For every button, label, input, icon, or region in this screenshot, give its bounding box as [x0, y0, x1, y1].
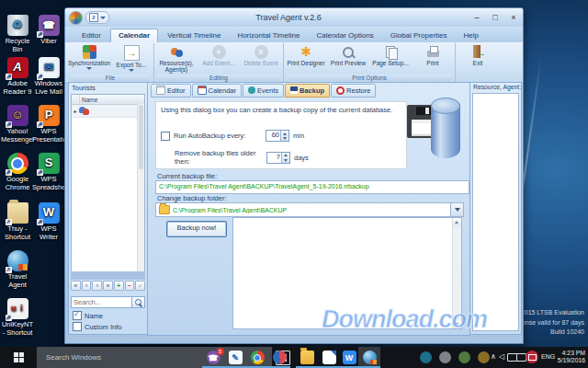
name-checkbox[interactable]	[73, 311, 82, 320]
document-app-icon	[322, 351, 336, 364]
start-button[interactable]	[0, 347, 37, 368]
taskbar-chrome[interactable]	[246, 347, 268, 368]
autobackup-spinner[interactable]: 60	[266, 130, 289, 142]
autobackup-label: Run AutoBackup every:	[174, 132, 262, 140]
desktop-icon-wps-writer[interactable]: W↗ WPS Writer	[32, 202, 65, 241]
desktop-icon-windows-live-mail[interactable]: ✉↗ Windows Live Mail	[32, 57, 65, 96]
search-button[interactable]	[132, 296, 145, 308]
quick-access-icon: 2	[89, 13, 98, 22]
taskbar-clock[interactable]: 4:23 PM 5/19/2016	[558, 350, 585, 365]
exit-button[interactable]: → Exit	[457, 43, 499, 66]
tab-global-properties[interactable]: Global Properties	[383, 29, 455, 42]
taskbar-file-explorer[interactable]	[296, 347, 318, 368]
desktop-icon-recycle-bin[interactable]: ♻ Recycle Bin	[1, 15, 34, 53]
backup-folder-combobox[interactable]: C:\Program Files\Travel Agent\BACKUP	[155, 202, 464, 217]
print-button[interactable]: Print	[412, 43, 454, 66]
tab-calendar-options[interactable]: Calendar Options	[309, 29, 380, 42]
tab-vertical-timeline[interactable]: Vertical Timeline	[160, 29, 228, 42]
doc-tab-editor[interactable]: Editor	[151, 84, 191, 98]
desktop-icon-unikey[interactable]: u i↗ UniKeyNT - Shortcut	[1, 298, 34, 337]
page-setup-button[interactable]: Page Setup...	[369, 43, 412, 66]
taskbar-wps-writer[interactable]: W	[338, 347, 360, 368]
doc-tab-backup[interactable]: Backup	[285, 84, 330, 98]
desktop-icon-travel-agent[interactable]: ↗ Travel Agent	[1, 250, 34, 289]
desktop-icon-google-chrome[interactable]: ↗ Google Chrome	[1, 153, 34, 191]
add-record-button[interactable]: +	[114, 281, 124, 291]
grid-scrollbar[interactable]	[137, 104, 144, 272]
tray-circle-teal[interactable]	[420, 351, 432, 363]
export-to-button[interactable]: → Export To...	[110, 43, 153, 72]
quick-access-toolbar[interactable]: 2	[85, 11, 109, 24]
scroll-up-icon[interactable]	[453, 218, 461, 226]
doc-tab-events[interactable]: Events	[243, 84, 284, 98]
taskbar-travel-agent[interactable]	[358, 347, 380, 368]
title-bar[interactable]: 2 Travel Agent v.2.6 – □ ×	[65, 8, 523, 27]
tab-horizontal-timeline[interactable]: Horizontal Timeline	[230, 29, 307, 42]
grid-header[interactable]: Name	[72, 95, 144, 105]
autobackup-checkbox[interactable]	[161, 132, 170, 141]
prev-record-button[interactable]: ‹	[82, 281, 92, 291]
tray-circle-gray[interactable]	[439, 351, 451, 363]
tourists-grid[interactable]: Name ▸	[71, 94, 145, 273]
spinner-down-icon[interactable]	[282, 157, 289, 163]
table-row[interactable]: ▸	[72, 105, 144, 118]
add-event-button: + Add Event...	[198, 43, 240, 66]
folder-shortcut-icon: ↗	[7, 202, 28, 224]
desktop-icon-thuy-shortcut[interactable]: ↗ Thuy - Shortcut	[1, 202, 34, 241]
tab-editor[interactable]: Editor	[74, 29, 108, 42]
tab-help[interactable]: Help	[457, 29, 486, 42]
desktop-icon-viber[interactable]: ☎↗ Viber	[32, 15, 65, 46]
notification-badge: 5	[217, 348, 224, 355]
synchronization-button[interactable]: Synchronization	[68, 43, 110, 70]
maximize-button[interactable]: □	[486, 9, 504, 26]
taskbar-document-app[interactable]	[318, 347, 340, 368]
recorder-tray-icon[interactable]	[526, 351, 538, 363]
taskbar-notes-app[interactable]: ✎	[224, 347, 246, 368]
desktop-icon-adobe-reader[interactable]: A↗ Adobe Reader 9	[1, 57, 34, 96]
search-input[interactable]	[71, 296, 132, 308]
desktop-icon-wps-presentation[interactable]: P↗ WPS Presentation	[32, 105, 65, 144]
spinner-down-icon[interactable]	[281, 136, 288, 142]
tab-calendar[interactable]: Calendar	[110, 29, 158, 42]
show-hidden-icons-chevron[interactable]: ∧	[491, 352, 496, 361]
confirm-record-button[interactable]: ✓	[135, 281, 145, 291]
remove-files-spinner[interactable]: 7	[266, 152, 290, 164]
minimize-button[interactable]: –	[468, 9, 486, 26]
filter-name-row[interactable]: Name	[73, 311, 103, 320]
doc-tab-restore[interactable]: Restore	[331, 84, 376, 98]
taskbar-photos-app[interactable]	[268, 347, 290, 368]
export-icon: →	[124, 45, 140, 61]
search-icon-handle	[139, 303, 142, 306]
tray-circle-olive[interactable]	[478, 351, 490, 363]
window-title: Travel Agent v.2.6	[109, 13, 468, 22]
combobox-dropdown-button[interactable]	[450, 203, 463, 216]
remove-files-unit: days	[294, 154, 309, 162]
speaker-icon[interactable]: ◁	[499, 352, 504, 361]
chevron-down-icon	[100, 17, 106, 19]
backup-now-button[interactable]: Backup now!	[166, 221, 227, 237]
filter-custom-info-row[interactable]: Custom Info	[73, 322, 121, 331]
custom-info-checkbox[interactable]	[73, 322, 82, 331]
tray-circle-green[interactable]	[458, 351, 470, 363]
delete-record-button[interactable]: −	[125, 281, 135, 291]
language-indicator[interactable]: ENG	[541, 353, 555, 360]
backup-folder-path[interactable]: C:\Program Files\Travel Agent\BACKUP	[173, 207, 450, 213]
name-column-header[interactable]: Name	[80, 97, 97, 103]
first-record-button[interactable]: «	[71, 281, 81, 291]
scrollbar-thumb[interactable]	[139, 105, 143, 169]
resources-agents-button[interactable]: Resource(s), Agent(s)	[155, 43, 198, 74]
grid-footer-strip	[71, 271, 145, 280]
desktop-icon-wps-spreadsheets[interactable]: S↗ WPS Spreadsheets	[32, 153, 65, 191]
resource-agent-list[interactable]	[472, 93, 519, 331]
close-button[interactable]: ×	[504, 9, 523, 26]
print-designer-button[interactable]: ✱ Print Designer	[285, 43, 327, 66]
next-record-button[interactable]: ›	[92, 281, 102, 291]
current-file-path[interactable]: C:\Program Files\Travel Agent\BACKUP\Tra…	[155, 180, 469, 194]
taskbar-viber[interactable]: ☎5	[202, 347, 224, 368]
desktop-icon-yahoo-messenger[interactable]: ☺↗ Yahoo! Messenger	[1, 105, 34, 144]
print-preview-button[interactable]: Print Preview	[327, 43, 369, 66]
last-record-button[interactable]: »	[103, 281, 113, 291]
row-marker-column	[72, 95, 80, 104]
doc-tab-calendar[interactable]: Calendar	[192, 84, 242, 98]
pages-icon	[384, 45, 398, 59]
